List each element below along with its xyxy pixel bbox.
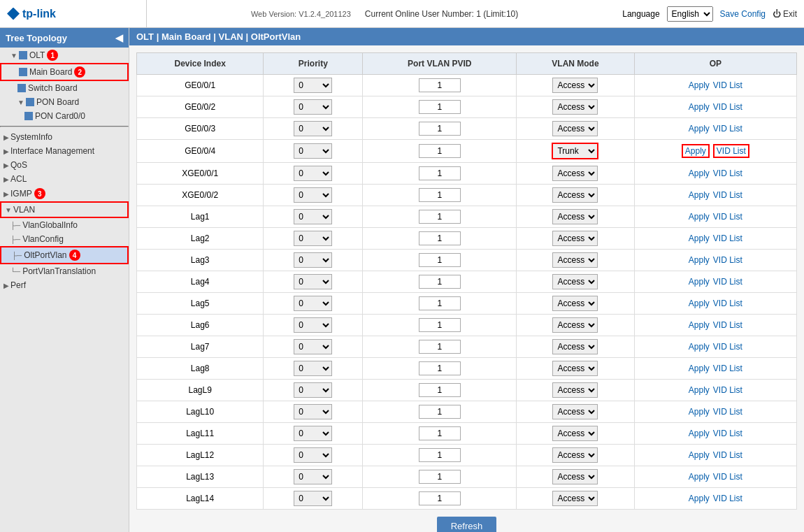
vlan-mode-select[interactable]: AccessTrunkHybrid: [552, 209, 598, 224]
pvid-input[interactable]: [419, 318, 461, 332]
apply-link[interactable]: Apply: [689, 212, 710, 222]
pvid-input[interactable]: [419, 340, 461, 354]
apply-link[interactable]: Apply: [689, 277, 710, 287]
vid-list-link[interactable]: VID List: [713, 364, 742, 373]
sidebar-item-main-board[interactable]: Main Board 2: [0, 63, 129, 81]
apply-link[interactable]: Apply: [689, 342, 710, 352]
menu-item-igmp[interactable]: ▶ IGMP 3: [0, 186, 129, 201]
vid-list-link[interactable]: VID List: [713, 124, 742, 134]
vlan-mode-select[interactable]: AccessTrunkHybrid: [552, 166, 598, 181]
apply-link[interactable]: Apply: [689, 255, 710, 265]
priority-select[interactable]: 01234567: [294, 361, 332, 376]
priority-select[interactable]: 01234567: [294, 491, 332, 506]
pvid-input[interactable]: [419, 144, 461, 158]
priority-select[interactable]: 01234567: [294, 78, 332, 93]
vid-list-link[interactable]: VID List: [713, 190, 742, 200]
apply-link[interactable]: Apply: [689, 102, 710, 112]
sidebar-item-olt[interactable]: ▼ OLT 1: [0, 48, 129, 63]
menu-item-acl[interactable]: ▶ ACL: [0, 172, 129, 186]
pvid-input[interactable]: [419, 210, 461, 224]
menu-item-port-vlan-translation[interactable]: └─ PortVlanTranslation: [0, 264, 129, 278]
vid-list-link[interactable]: VID List: [713, 212, 742, 222]
vlan-mode-select[interactable]: AccessTrunkHybrid: [552, 143, 598, 159]
menu-item-olt-port-vlan[interactable]: ├─ OltPortVlan 4: [0, 246, 129, 264]
priority-select[interactable]: 01234567: [294, 339, 332, 354]
vlan-mode-select[interactable]: AccessTrunkHybrid: [552, 99, 598, 115]
pvid-input[interactable]: [419, 426, 461, 440]
priority-select[interactable]: 01234567: [294, 382, 332, 398]
priority-select[interactable]: 01234567: [294, 252, 332, 268]
vlan-mode-select[interactable]: AccessTrunkHybrid: [552, 404, 598, 419]
vlan-mode-select[interactable]: AccessTrunkHybrid: [552, 252, 598, 268]
vlan-mode-select[interactable]: AccessTrunkHybrid: [552, 317, 598, 333]
priority-select[interactable]: 01234567: [294, 296, 332, 311]
apply-link[interactable]: Apply: [689, 190, 710, 200]
apply-link[interactable]: Apply: [689, 233, 710, 243]
priority-select[interactable]: 01234567: [294, 121, 332, 136]
priority-select[interactable]: 01234567: [294, 209, 332, 224]
priority-select[interactable]: 01234567: [294, 274, 332, 289]
save-config-link[interactable]: Save Config: [720, 9, 766, 19]
vid-list-link[interactable]: VID List: [713, 429, 742, 438]
pvid-input[interactable]: [419, 448, 461, 462]
vlan-mode-select[interactable]: AccessTrunkHybrid: [552, 339, 598, 354]
vid-list-link[interactable]: VID List: [713, 144, 749, 158]
vlan-mode-select[interactable]: AccessTrunkHybrid: [552, 78, 598, 93]
pvid-input[interactable]: [419, 361, 461, 375]
priority-select[interactable]: 01234567: [294, 317, 332, 333]
vid-list-link[interactable]: VID List: [713, 320, 742, 330]
vlan-mode-select[interactable]: AccessTrunkHybrid: [552, 469, 598, 484]
priority-select[interactable]: 01234567: [294, 447, 332, 463]
vlan-mode-select[interactable]: AccessTrunkHybrid: [552, 274, 598, 289]
vid-list-link[interactable]: VID List: [713, 385, 742, 395]
menu-item-perf[interactable]: ▶ Perf: [0, 278, 129, 292]
vid-list-link[interactable]: VID List: [713, 233, 742, 243]
pvid-input[interactable]: [419, 231, 461, 245]
apply-link[interactable]: Apply: [689, 80, 710, 90]
exit-button[interactable]: ⏻ Exit: [773, 9, 797, 19]
vlan-mode-select[interactable]: AccessTrunkHybrid: [552, 361, 598, 376]
priority-select[interactable]: 01234567: [294, 231, 332, 246]
pvid-input[interactable]: [419, 166, 461, 180]
pvid-input[interactable]: [419, 383, 461, 397]
pvid-input[interactable]: [419, 491, 461, 505]
vid-list-link[interactable]: VID List: [713, 168, 742, 178]
apply-link[interactable]: Apply: [689, 364, 710, 373]
apply-link[interactable]: Apply: [689, 124, 710, 134]
pvid-input[interactable]: [419, 275, 461, 289]
priority-select[interactable]: 01234567: [294, 99, 332, 115]
sidebar-item-pon-board[interactable]: ▼ PON Board: [0, 95, 129, 109]
vlan-mode-select[interactable]: AccessTrunkHybrid: [552, 426, 598, 441]
menu-item-system-info[interactable]: ▶ SystemInfo: [0, 130, 129, 144]
menu-item-vlan-global[interactable]: ├─ VlanGlobalInfo: [0, 218, 129, 232]
apply-link[interactable]: Apply: [689, 429, 710, 438]
apply-link[interactable]: Apply: [682, 144, 710, 158]
sidebar-item-pon-card[interactable]: PON Card0/0: [0, 109, 129, 123]
apply-link[interactable]: Apply: [689, 385, 710, 395]
apply-link[interactable]: Apply: [689, 168, 710, 178]
language-select[interactable]: English: [667, 6, 713, 22]
priority-select[interactable]: 01234567: [294, 426, 332, 441]
pvid-input[interactable]: [419, 405, 461, 419]
vlan-mode-select[interactable]: AccessTrunkHybrid: [552, 491, 598, 506]
vlan-mode-select[interactable]: AccessTrunkHybrid: [552, 447, 598, 463]
priority-select[interactable]: 01234567: [294, 166, 332, 181]
priority-select[interactable]: 01234567: [294, 469, 332, 484]
priority-select[interactable]: 01234567: [294, 143, 332, 159]
vlan-mode-select[interactable]: AccessTrunkHybrid: [552, 382, 598, 398]
sidebar-toggle-icon[interactable]: ◀: [115, 32, 123, 43]
vid-list-link[interactable]: VID List: [713, 255, 742, 265]
apply-link[interactable]: Apply: [689, 320, 710, 330]
apply-link[interactable]: Apply: [689, 472, 710, 482]
vid-list-link[interactable]: VID List: [713, 407, 742, 417]
priority-select[interactable]: 01234567: [294, 187, 332, 203]
vid-list-link[interactable]: VID List: [713, 299, 742, 308]
vid-list-link[interactable]: VID List: [713, 80, 742, 90]
vid-list-link[interactable]: VID List: [713, 277, 742, 287]
pvid-input[interactable]: [419, 78, 461, 92]
apply-link[interactable]: Apply: [689, 407, 710, 417]
pvid-input[interactable]: [419, 100, 461, 114]
vlan-mode-select[interactable]: AccessTrunkHybrid: [552, 296, 598, 311]
pvid-input[interactable]: [419, 253, 461, 267]
pvid-input[interactable]: [419, 122, 461, 136]
